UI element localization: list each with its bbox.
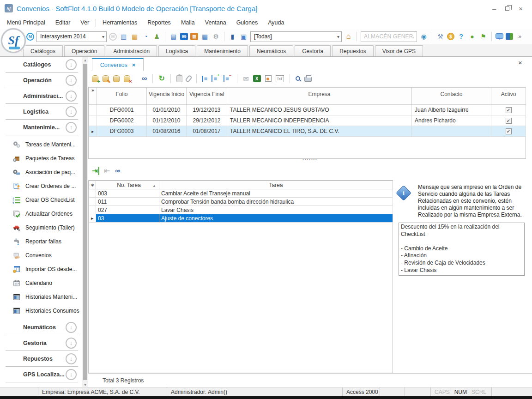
restore-button[interactable] xyxy=(505,6,509,11)
chat-icon[interactable] xyxy=(496,33,503,39)
expand-down-icon[interactable]: ↓ xyxy=(66,369,77,380)
convenio-message-textarea[interactable]: Descuento del 15% en la realización del … xyxy=(399,223,525,276)
paste-clipboard-icon[interactable] xyxy=(176,75,182,82)
menu-ventana[interactable]: Ventana xyxy=(200,18,231,28)
row-selector[interactable] xyxy=(89,115,97,126)
menu-editar[interactable]: Editar xyxy=(50,18,76,28)
sidebar-item-crear-os-checklist[interactable]: 123 Crear OS CheckList xyxy=(0,193,82,207)
print-icon[interactable] xyxy=(304,77,312,82)
row-selector[interactable] xyxy=(89,189,96,198)
collapse-up-icon[interactable]: ↑ xyxy=(66,122,77,133)
column-header-contacto[interactable]: Contacto xyxy=(412,88,491,105)
tab-gestoria[interactable]: Gestoría xyxy=(295,45,331,56)
table-row-selected[interactable]: ▸ 03 Ajuste de conectores xyxy=(89,214,393,223)
row-selector[interactable] xyxy=(89,105,97,115)
help-icon[interactable]: ? xyxy=(457,33,466,40)
print-preview-icon[interactable] xyxy=(296,76,300,81)
attachment-icon[interactable] xyxy=(185,74,192,82)
export-txt-icon[interactable]: TxT xyxy=(276,75,284,82)
row-selector-arrow[interactable]: ▸ xyxy=(89,214,96,223)
tab-visor-gps[interactable]: Visor de GPS xyxy=(375,45,423,56)
tab-close-icon[interactable]: × xyxy=(132,61,136,68)
document-tab-convenios[interactable]: Convenios × xyxy=(92,58,144,71)
activo-checkbox[interactable]: ✔ xyxy=(506,118,512,124)
scroll-up-icon[interactable]: ▴ xyxy=(82,57,88,63)
menu-malla[interactable]: Malla xyxy=(176,18,200,28)
new-document-icon[interactable]: ▤ xyxy=(169,33,178,40)
globe-icon[interactable]: ◉ xyxy=(419,33,428,40)
sidebar-item-historiales-consumos[interactable]: Historiales Consumos xyxy=(0,304,82,318)
sidebar-item-paquetes-tareas[interactable]: Paquetes de Tareas xyxy=(0,151,82,165)
sidebar-item-historiales-mantenimiento[interactable]: Historiales Manteni... xyxy=(0,290,82,304)
table-row[interactable]: DFG0002 01/12/2010 29/12/2012 TALLER MEC… xyxy=(89,115,526,126)
expand-down-icon[interactable]: ↓ xyxy=(66,106,77,117)
tab-neumaticos[interactable]: Neumáticos xyxy=(249,45,293,56)
tab-catalogos[interactable]: Catálogos xyxy=(23,45,63,56)
tab-administracion[interactable]: Administración xyxy=(106,45,157,56)
sidebar-item-asociacion-paquetes[interactable]: Asociación de paq... xyxy=(0,165,82,179)
column-header-no-tarea[interactable]: No. Tarea▲ xyxy=(96,181,159,189)
sidebar-item-seguimiento-taller[interactable]: Seguimiento (Taller) xyxy=(0,221,82,235)
menu-principal[interactable]: Menú Principal xyxy=(2,18,50,28)
scrollbar-thumb[interactable] xyxy=(83,64,87,380)
gauge-icon[interactable]: ◔ xyxy=(141,33,150,40)
tab-repuestos[interactable]: Repuestos xyxy=(332,45,373,56)
sidebar-item-convenios[interactable]: Convenios xyxy=(0,248,82,262)
delete-record-icon[interactable]: × xyxy=(124,75,130,82)
column-header-tarea[interactable]: Tarea xyxy=(159,181,393,189)
window-icon[interactable]: ▣ xyxy=(239,33,248,40)
database-icon[interactable] xyxy=(113,75,120,82)
home-icon[interactable]: ⌂ xyxy=(344,33,353,40)
minimize-button[interactable]: – xyxy=(492,5,496,12)
module-m-icon[interactable]: M xyxy=(26,33,34,41)
table-row[interactable]: 027 Lavar Chasis xyxy=(89,206,393,214)
document-area-close-icon[interactable]: × xyxy=(518,59,522,66)
row-selector[interactable] xyxy=(89,198,96,206)
menu-reportes[interactable]: Reportes xyxy=(142,18,176,28)
sidebar-section-catalogos[interactable]: Catálogos ↓ xyxy=(0,57,82,72)
sidebar-section-logistica[interactable]: Logistica ↓ xyxy=(0,104,82,119)
book-icon[interactable]: ▮ xyxy=(228,33,237,40)
relate-task-icon[interactable]: ⇥ xyxy=(92,167,99,175)
edit-record-icon[interactable]: ✎ xyxy=(103,75,109,82)
grid-icon[interactable]: ▦ xyxy=(200,33,209,40)
coins-icon[interactable]: $ xyxy=(447,33,454,40)
sidebar-scrollbar[interactable]: ▴ ▾ xyxy=(82,57,88,388)
bug-icon[interactable]: ● xyxy=(468,33,477,40)
tree-collapse-icon[interactable]: ≡− xyxy=(224,75,231,82)
column-header-folio[interactable]: Folio xyxy=(97,88,147,105)
column-header-vigencia-final[interactable]: Vigencia Final xyxy=(187,88,227,105)
menu-herramientas[interactable]: Herramientas xyxy=(97,18,142,28)
expand-down-icon[interactable]: ↓ xyxy=(66,91,77,102)
row-selector-arrow[interactable]: ▸ xyxy=(89,126,97,137)
table-row[interactable]: DFG0001 01/01/2010 19/12/2013 TALLER MEC… xyxy=(89,105,526,115)
export-note-icon[interactable] xyxy=(265,75,272,82)
export-excel-icon[interactable]: X xyxy=(253,75,261,82)
unrelate-task-icon[interactable]: ⇤ xyxy=(104,167,110,175)
search-binoculars-icon[interactable]: ∞ xyxy=(115,167,120,175)
column-header-empresa[interactable]: Empresa xyxy=(227,88,412,105)
tree-expand-icon[interactable]: ≡+ xyxy=(212,75,219,82)
archive-box-icon[interactable]: ▥ xyxy=(119,33,128,40)
column-header-activo[interactable]: Activo xyxy=(491,88,526,105)
warehouse-input[interactable] xyxy=(361,31,417,42)
sidebar-section-repuestos[interactable]: Repuestos ↓ xyxy=(0,351,82,366)
email-icon[interactable]: ✉ xyxy=(243,75,249,82)
menu-ayuda[interactable]: Ayuda xyxy=(263,18,289,28)
sidebar-item-actualizar-ordenes[interactable]: Actualizar Ordenes xyxy=(0,207,82,221)
users-icon[interactable]: ♟ xyxy=(152,33,161,40)
sidebar-section-administracion[interactable]: Administraci... ↓ xyxy=(0,88,82,103)
expand-down-icon[interactable]: ↓ xyxy=(66,353,77,364)
filter-combobox[interactable]: [Todas] ▾ xyxy=(250,31,342,42)
sidebar-item-reportar-fallas[interactable]: Reportar fallas xyxy=(0,235,82,248)
table-row[interactable]: 003 Cambiar Aceite del Transeje manual xyxy=(89,189,393,198)
image-icon[interactable]: ▦ xyxy=(130,33,139,40)
tab-mantenimiento[interactable]: Mantenimiento xyxy=(197,45,248,56)
table-row[interactable]: 011 Comprobar Tensión banda bomba direcc… xyxy=(89,198,393,206)
activo-checkbox[interactable]: ✔ xyxy=(506,107,512,113)
clipboard-icon[interactable]: ≣ xyxy=(190,33,198,40)
sidebar-section-gps[interactable]: GPS Localiza... ↓ xyxy=(0,367,82,382)
refresh-icon[interactable]: ↻ xyxy=(158,75,164,82)
row-selector[interactable] xyxy=(89,206,96,214)
activo-checkbox[interactable]: ✔ xyxy=(506,128,512,134)
